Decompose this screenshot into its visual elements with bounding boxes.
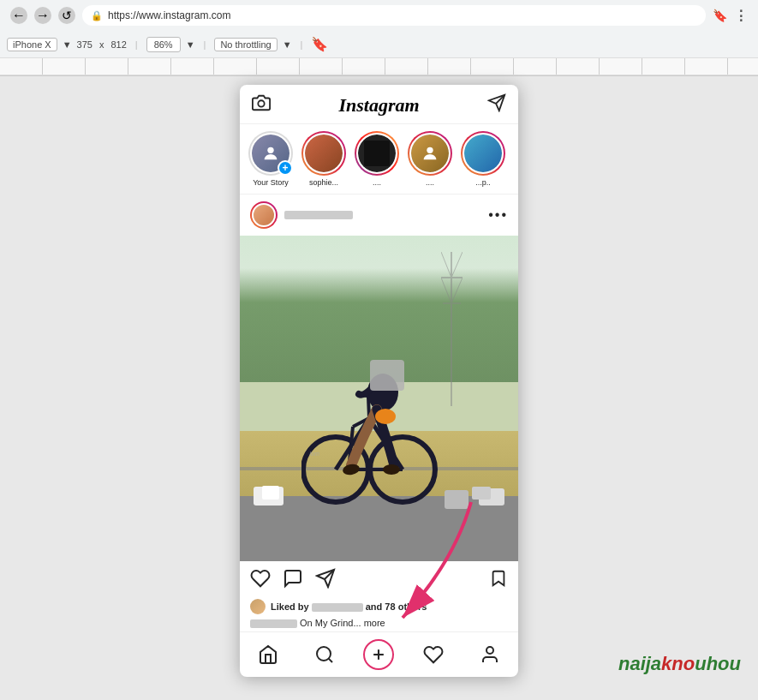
svg-point-27 <box>342 463 361 476</box>
post-header: ••• <box>240 194 518 236</box>
likes-count: and 78 <box>366 601 396 612</box>
post-avatar-inner <box>252 203 276 227</box>
zoom-selector[interactable]: 86% <box>146 37 181 52</box>
your-story-avatar-wrap: + <box>248 131 293 176</box>
car-right-2 <box>472 487 491 500</box>
nav-search[interactable] <box>307 639 342 670</box>
story5-ring <box>461 131 505 176</box>
bottom-nav <box>240 631 518 677</box>
ig-title: Instagram <box>338 94 419 117</box>
story-item-4[interactable]: .... <box>408 131 452 187</box>
phone-frame: Instagram <box>240 85 518 677</box>
caption-text: On My Grind... more <box>300 618 385 628</box>
story3-avatar-wrap <box>355 131 399 176</box>
ruler-marks <box>0 58 758 75</box>
story3-ring <box>355 131 399 176</box>
comment-button[interactable] <box>283 568 303 594</box>
watermark-naija: naija <box>618 653 661 674</box>
camera-icon[interactable] <box>252 93 271 117</box>
share-button[interactable] <box>315 568 336 594</box>
post-actions <box>240 561 518 597</box>
svg-point-31 <box>317 647 331 661</box>
your-story-label: Your Story <box>253 178 289 187</box>
svg-point-4 <box>427 147 433 153</box>
svg-rect-26 <box>370 360 404 391</box>
likes-row: Liked by and 78 others <box>240 597 518 618</box>
throttle-selector[interactable]: No throttling <box>214 38 277 51</box>
svg-line-9 <box>451 278 463 303</box>
story-item-sophie[interactable]: sophie... <box>301 131 346 187</box>
sophie-label: sophie... <box>309 178 338 187</box>
svg-line-10 <box>441 252 451 278</box>
story4-label: .... <box>426 178 434 187</box>
like-button[interactable] <box>250 568 271 594</box>
post-more-button[interactable]: ••• <box>488 207 508 223</box>
sophie-inner <box>303 133 344 174</box>
page-content: Instagram <box>0 76 758 700</box>
nav-heart[interactable] <box>416 639 451 670</box>
likes-others: others <box>398 601 427 612</box>
car-right-3 <box>445 490 469 509</box>
liked-by-label: Liked by <box>271 601 309 612</box>
story3-inner <box>356 133 397 174</box>
nav-profile[interactable] <box>473 639 507 670</box>
send-icon[interactable] <box>487 93 506 117</box>
post-actions-left <box>250 568 336 594</box>
toolbar-sep-3: ▼ <box>186 39 195 50</box>
capture-icon[interactable]: 🔖 <box>311 36 328 52</box>
devtools-toolbar: iPhone X ▼ 375 x 812 | 86% ▼ | No thrott… <box>0 31 758 58</box>
story4-ring <box>408 131 452 176</box>
device-width: 375 <box>77 39 93 50</box>
ig-header: Instagram <box>240 85 518 124</box>
likes-text: Liked by and 78 others <box>271 601 427 612</box>
refresh-button[interactable]: ↺ <box>58 7 75 24</box>
svg-point-28 <box>383 464 400 475</box>
story-item-your-story[interactable]: + Your Story <box>248 131 293 187</box>
toolbar-sep-5: ▼ <box>283 39 292 50</box>
caption-username-blurred <box>250 619 297 628</box>
sophie-ring <box>301 131 346 176</box>
toolbar-x: x <box>99 39 104 50</box>
svg-line-32 <box>328 659 331 662</box>
sophie-avatar-wrap <box>301 131 346 176</box>
address-bar[interactable]: 🔒 https://www.instagram.com <box>82 5 706 26</box>
story5-inner <box>463 133 504 174</box>
device-height: 812 <box>110 39 126 50</box>
watermark-know: kno <box>661 653 695 674</box>
post-image: lorn <box>240 236 518 561</box>
more-button[interactable]: ⋮ <box>734 8 748 24</box>
stories-row: + Your Story sophie... <box>240 124 518 194</box>
device-selector[interactable]: iPhone X <box>7 38 57 51</box>
svg-line-8 <box>441 278 451 303</box>
toolbar-sep-6: | <box>301 39 303 50</box>
toolbar-sep-4: | <box>204 39 206 50</box>
url-text: https://www.instagram.com <box>108 9 230 21</box>
lock-icon: 🔒 <box>91 10 103 21</box>
car-left-2 <box>262 486 279 500</box>
save-button[interactable] <box>489 569 508 593</box>
person-bike <box>301 298 439 512</box>
browser-chrome: ← → ↺ 🔒 https://www.instagram.com 🔖 ⋮ iP… <box>0 0 758 76</box>
add-story-badge[interactable]: + <box>278 160 293 176</box>
forward-button[interactable]: → <box>34 7 51 24</box>
nav-add[interactable] <box>363 639 394 670</box>
ruler <box>0 58 758 75</box>
svg-point-25 <box>375 409 396 424</box>
post-avatar[interactable] <box>250 201 278 229</box>
post-username-blurred <box>284 211 353 219</box>
back-button[interactable]: ← <box>10 7 27 24</box>
story-item-5[interactable]: ...p.. <box>461 131 505 187</box>
story-item-3[interactable]: .... <box>355 131 399 187</box>
story5-label: ...p.. <box>475 178 491 187</box>
story4-avatar-wrap <box>408 131 452 176</box>
story4-inner <box>409 133 451 174</box>
liker-name-blurred <box>312 603 363 612</box>
svg-point-0 <box>258 100 264 106</box>
bike-brand: lorn <box>309 451 319 457</box>
post-user <box>250 201 353 229</box>
svg-point-3 <box>267 147 273 153</box>
nav-home[interactable] <box>251 639 285 670</box>
bookmark-btn[interactable]: 🔖 <box>713 9 727 22</box>
watermark: naijaknouhou <box>618 653 741 675</box>
svg-line-11 <box>451 252 463 278</box>
